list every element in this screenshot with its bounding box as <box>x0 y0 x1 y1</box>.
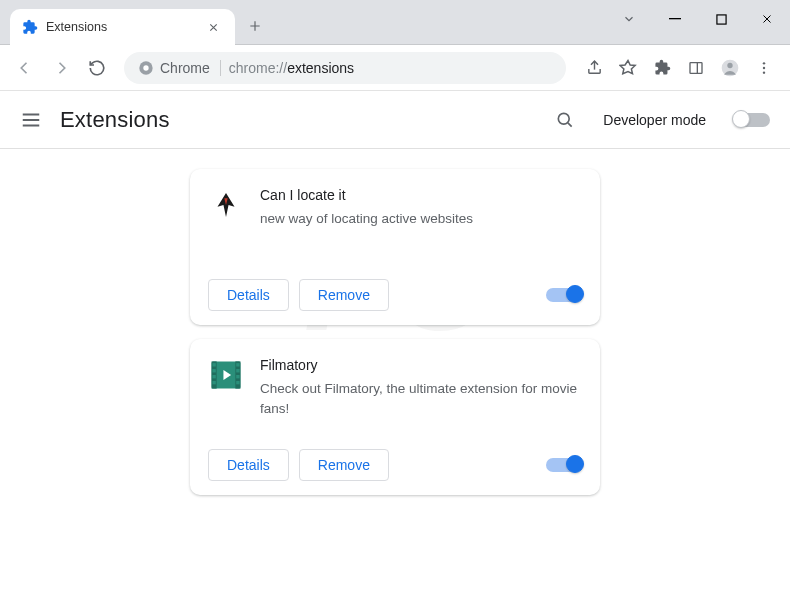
extensions-list: Can I locate it new way of locating acti… <box>0 149 790 515</box>
maximize-button[interactable] <box>698 0 744 38</box>
back-button[interactable] <box>10 53 40 83</box>
puzzle-icon <box>22 19 38 35</box>
extension-description: Check out Filmatory, the ultimate extens… <box>260 379 582 420</box>
remove-button[interactable]: Remove <box>299 449 389 481</box>
site-chip-label: Chrome <box>160 60 210 76</box>
svg-point-9 <box>763 71 765 73</box>
kebab-menu-icon[interactable] <box>748 52 780 84</box>
address-bar[interactable]: Chrome chrome://extensions <box>124 52 566 84</box>
remove-button[interactable]: Remove <box>299 279 389 311</box>
extension-icon <box>208 187 244 223</box>
chevron-down-icon[interactable] <box>606 0 652 38</box>
browser-tab[interactable]: Extensions <box>10 9 235 45</box>
url-text: chrome://extensions <box>229 60 354 76</box>
extension-card: Filmatory Check out Filmatory, the ultim… <box>190 339 600 495</box>
svg-rect-19 <box>236 363 239 366</box>
developer-mode-toggle[interactable] <box>734 113 770 127</box>
chrome-icon <box>138 60 154 76</box>
hamburger-menu-icon[interactable] <box>20 109 42 131</box>
close-window-button[interactable] <box>744 0 790 38</box>
developer-mode-label: Developer mode <box>603 112 706 128</box>
extension-enable-toggle[interactable] <box>546 288 582 302</box>
page-title: Extensions <box>60 107 170 133</box>
extension-description: new way of locating active websites <box>260 209 582 229</box>
extension-title: Filmatory <box>260 357 582 373</box>
search-icon[interactable] <box>555 110 575 130</box>
svg-rect-18 <box>212 381 215 384</box>
extension-icon <box>208 357 244 393</box>
close-tab-icon[interactable] <box>204 18 223 37</box>
svg-point-7 <box>763 62 765 64</box>
extension-enable-toggle[interactable] <box>546 458 582 472</box>
forward-button[interactable] <box>46 53 76 83</box>
extensions-puzzle-icon[interactable] <box>646 52 678 84</box>
share-icon[interactable] <box>578 52 610 84</box>
reload-button[interactable] <box>82 53 112 83</box>
window-controls <box>606 0 790 38</box>
svg-point-3 <box>143 65 148 70</box>
profile-avatar-icon[interactable] <box>714 52 746 84</box>
extension-card: Can I locate it new way of locating acti… <box>190 169 600 325</box>
window-titlebar: Extensions <box>0 0 790 45</box>
svg-rect-1 <box>716 14 725 23</box>
details-button[interactable]: Details <box>208 449 289 481</box>
svg-rect-16 <box>212 369 215 372</box>
svg-rect-17 <box>212 375 215 378</box>
svg-rect-4 <box>690 62 702 73</box>
extensions-header: Extensions Developer mode <box>0 91 790 149</box>
new-tab-button[interactable] <box>241 12 269 40</box>
svg-rect-20 <box>236 369 239 372</box>
bookmark-star-icon[interactable] <box>612 52 644 84</box>
minimize-button[interactable] <box>652 0 698 38</box>
svg-point-10 <box>559 113 570 124</box>
svg-rect-21 <box>236 375 239 378</box>
svg-rect-0 <box>669 18 681 19</box>
svg-rect-22 <box>236 381 239 384</box>
site-chip: Chrome <box>138 60 221 76</box>
tab-title: Extensions <box>46 20 196 34</box>
svg-point-8 <box>763 66 765 68</box>
side-panel-icon[interactable] <box>680 52 712 84</box>
svg-rect-15 <box>212 363 215 366</box>
extension-title: Can I locate it <box>260 187 582 203</box>
details-button[interactable]: Details <box>208 279 289 311</box>
browser-toolbar: Chrome chrome://extensions <box>0 45 790 91</box>
svg-point-6 <box>727 62 732 67</box>
